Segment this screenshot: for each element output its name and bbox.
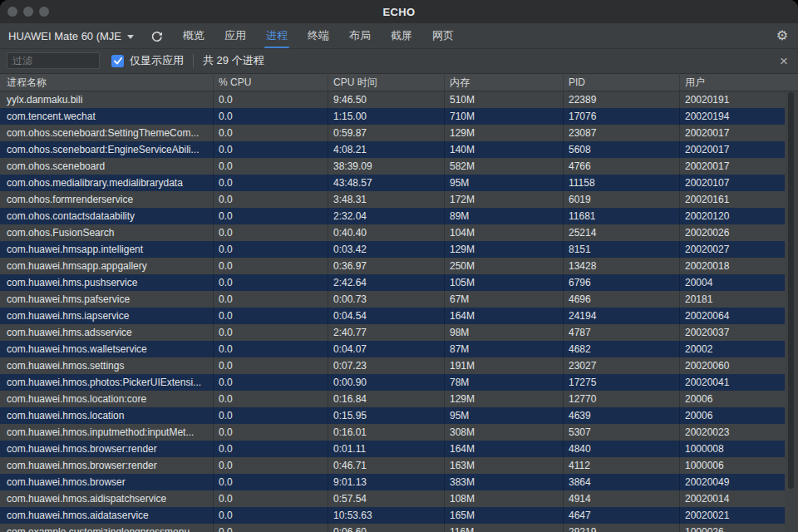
table-row[interactable]: com.huawei.hmos.inputmethod:inputMet...0…	[0, 424, 785, 441]
tab-processes[interactable]: 进程	[256, 23, 298, 48]
table-row[interactable]: com.ohos.sceneboard:EngineServiceAbili..…	[0, 141, 785, 158]
cell-cpu-percent: 0.0	[214, 158, 328, 175]
cell-pid: 4682	[564, 341, 680, 357]
table-row[interactable]: yylx.danmaku.bili0.09:46.50510M223892002…	[0, 91, 785, 108]
title-bar: ECHO	[0, 0, 798, 23]
scrollbar-track[interactable]	[785, 91, 798, 532]
cell-cpu-percent: 0.0	[214, 91, 328, 108]
table-row[interactable]: com.ohos.formrenderservice0.03:48.31172M…	[0, 191, 785, 208]
cell-cpu-percent: 0.0	[214, 141, 328, 158]
table-row[interactable]: com.huawei.hms.pafservice0.00:00.7367M46…	[0, 291, 785, 308]
cell-cpu-time: 43:48.57	[328, 175, 445, 191]
cell-pid: 4112	[564, 457, 680, 474]
refresh-button[interactable]	[150, 30, 163, 42]
minimize-window-button[interactable]	[23, 7, 33, 17]
checkmark-icon	[114, 57, 122, 65]
cell-memory: 164M	[445, 441, 564, 457]
table-row[interactable]: com.huawei.hmos.settings0.00:07.23191M23…	[0, 357, 785, 374]
cell-cpu-time: 4:08.21	[328, 141, 445, 158]
table-row[interactable]: com.huawei.hmsapp.intelligent0.00:03.421…	[0, 241, 785, 258]
column-header-memory[interactable]: 内存	[445, 73, 564, 91]
cell-user: 20020014	[680, 490, 785, 507]
table-row[interactable]: com.ohos.sceneboard0.038:39.09582M476620…	[0, 158, 785, 175]
cell-pid: 4787	[564, 324, 680, 341]
cell-user: 20020041	[680, 374, 785, 391]
column-header-process-name[interactable]: 进程名称	[0, 73, 214, 91]
table-row[interactable]: com.huawei.hmos.aidispatchservice0.00:57…	[0, 490, 785, 507]
cell-user: 20020017	[680, 158, 785, 175]
cell-cpu-time: 0:07.23	[328, 357, 445, 374]
filter-input[interactable]	[7, 52, 100, 69]
only-apps-label[interactable]: 仅显示应用	[130, 53, 184, 68]
table-row[interactable]: com.huawei.hmsapp.appgallery0.00:36.9725…	[0, 258, 785, 274]
cell-memory: 104M	[445, 224, 564, 241]
device-selector[interactable]: HUAWEI Mate 60 (MJE	[8, 30, 134, 42]
zoom-window-button[interactable]	[39, 7, 49, 17]
column-header-cpu-time[interactable]: CPU 时间	[328, 73, 445, 91]
table-row[interactable]: com.huawei.hmos.browser:render0.00:46.71…	[0, 457, 785, 474]
column-header-pid[interactable]: PID	[564, 73, 680, 91]
device-selector-label: HUAWEI Mate 60 (MJE	[8, 30, 121, 42]
cell-memory: 78M	[445, 374, 564, 391]
tab-screenshot[interactable]: 截屏	[381, 23, 422, 48]
table-row[interactable]: com.ohos.contactsdataability0.02:32.0489…	[0, 208, 785, 224]
cell-memory: 165M	[445, 507, 564, 524]
table-row[interactable]: com.huawei.hms.iapservice0.00:04.54164M2…	[0, 308, 785, 324]
column-header-user[interactable]: 用户	[680, 73, 798, 91]
cell-cpu-percent: 0.0	[214, 507, 328, 524]
cell-pid: 12770	[564, 391, 680, 407]
cell-cpu-percent: 0.0	[214, 224, 328, 241]
close-window-button[interactable]	[7, 7, 17, 17]
cell-cpu-percent: 0.0	[214, 274, 328, 291]
table-row[interactable]: com.huawei.hms.adsservice0.02:40.7798M47…	[0, 324, 785, 341]
cell-user: 20181	[680, 291, 785, 308]
tab-layout[interactable]: 布局	[339, 23, 381, 48]
cell-cpu-time: 0:15.95	[328, 407, 445, 424]
table-row[interactable]: com.huawei.hmos.browser:render0.00:01.11…	[0, 441, 785, 457]
table-row[interactable]: com.huawei.hms.pushservice0.02:42.64105M…	[0, 274, 785, 291]
cell-memory: 164M	[445, 308, 564, 324]
cell-cpu-percent: 0.0	[214, 490, 328, 507]
window-title: ECHO	[383, 6, 416, 18]
table-row[interactable]: com.huawei.hmos.location:core0.00:16.841…	[0, 391, 785, 407]
column-header-cpu-percent[interactable]: % CPU	[214, 73, 328, 91]
cell-user: 20020023	[680, 424, 785, 441]
cell-cpu-time: 0:57.54	[328, 490, 445, 507]
only-apps-checkbox[interactable]	[111, 55, 124, 67]
tab-apps[interactable]: 应用	[214, 23, 256, 48]
cell-pid: 5608	[564, 141, 680, 158]
cell-cpu-percent: 0.0	[214, 524, 328, 532]
table-row[interactable]: com.ohos.FusionSearch0.00:40.40104M25214…	[0, 224, 785, 241]
cell-process-name: com.huawei.hms.iapservice	[0, 308, 214, 324]
cell-memory: 191M	[445, 357, 564, 374]
cell-memory: 67M	[445, 291, 564, 308]
table-row[interactable]: com.huawei.hmos.aidataservice0.010:53.63…	[0, 507, 785, 524]
cell-user: 20004	[680, 274, 785, 291]
table-row[interactable]: com.tencent.wechat0.01:15.00710M17076200…	[0, 108, 785, 125]
cell-pid: 5307	[564, 424, 680, 441]
tab-web[interactable]: 网页	[422, 23, 464, 48]
cell-memory: 250M	[445, 258, 564, 274]
cell-user: 20020060	[680, 357, 785, 374]
table-row[interactable]: com.huawei.hmos.photos:PickerUIExtensi..…	[0, 374, 785, 391]
table-row[interactable]: com.ohos.sceneboard:SettingThemeCom...0.…	[0, 125, 785, 141]
cell-user: 20020027	[680, 241, 785, 258]
cell-process-name: com.huawei.hms.pafservice	[0, 291, 214, 308]
cell-pid: 4840	[564, 441, 680, 457]
cell-process-name: com.huawei.hmos.location	[0, 407, 214, 424]
close-panel-button[interactable]: ×	[780, 54, 788, 68]
table-row[interactable]: com.ohos.medialibrary.medialibrarydata0.…	[0, 175, 785, 191]
cell-cpu-time: 38:39.09	[328, 158, 445, 175]
table-row[interactable]: com.example.customizinglongpressmenu0.00…	[0, 524, 785, 532]
cell-memory: 98M	[445, 324, 564, 341]
table-row[interactable]: com.huawei.hmos.location0.00:15.9595M463…	[0, 407, 785, 424]
cell-cpu-time: 0:16.01	[328, 424, 445, 441]
table-row[interactable]: com.huawei.hmos.walletservice0.00:04.078…	[0, 341, 785, 357]
cell-cpu-percent: 0.0	[214, 191, 328, 208]
tab-terminal[interactable]: 终端	[298, 23, 339, 48]
table-body-area: yylx.danmaku.bili0.09:46.50510M223892002…	[0, 91, 798, 532]
tab-overview[interactable]: 概览	[173, 23, 214, 48]
settings-button[interactable]: ⚙	[776, 29, 788, 42]
table-row[interactable]: com.huawei.hmos.browser0.09:01.13383M386…	[0, 474, 785, 490]
scrollbar-thumb[interactable]	[788, 92, 794, 489]
